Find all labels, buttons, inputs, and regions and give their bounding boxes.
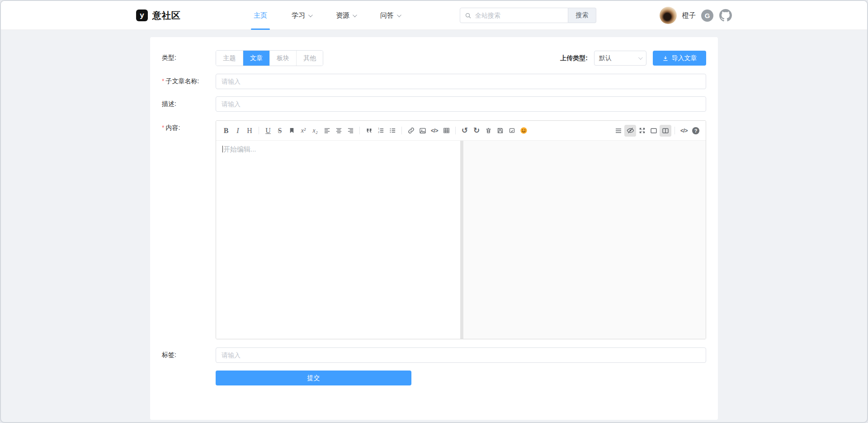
chevron-down-icon (353, 13, 357, 17)
type-option-board[interactable]: 板块 (269, 51, 296, 66)
strikethrough-icon[interactable]: S (274, 125, 286, 137)
upload-type-label: 上传类型: (560, 54, 588, 62)
svg-text:2: 2 (378, 131, 379, 133)
upload-type-group: 上传类型: 默认 导入文章 (560, 51, 706, 66)
download-icon (662, 55, 669, 62)
heading-icon[interactable]: H (244, 125, 255, 137)
user-area: 橙子 G (660, 7, 732, 24)
tags-input[interactable] (216, 347, 706, 363)
submit-row: 提交 (162, 371, 706, 385)
chevron-down-icon (638, 55, 643, 60)
site-logo[interactable]: y 意社区 (136, 10, 181, 22)
navigation-outline-icon[interactable] (613, 125, 624, 137)
bold-icon[interactable]: B (220, 125, 232, 137)
content-row: *内容: B I H U S (162, 120, 706, 339)
editor-preview-pane (463, 141, 706, 339)
toolbar-separator (401, 127, 402, 134)
superscript-icon[interactable]: x² (297, 125, 309, 137)
upload-type-select[interactable]: 默认 (594, 51, 646, 66)
toolbar-separator (259, 127, 259, 134)
editor-input-pane[interactable]: 开始编辑... (216, 141, 460, 339)
text-caret (222, 146, 223, 152)
main-nav: 主页 学习 资源 问答 (251, 1, 422, 30)
search-button[interactable]: 搜索 (568, 8, 596, 23)
search-input[interactable] (475, 12, 563, 19)
markdown-editor: B I H U S x² x₂ (216, 120, 706, 339)
svg-text:1: 1 (378, 127, 379, 130)
chevron-down-icon (308, 13, 313, 17)
emoji-icon[interactable] (518, 125, 529, 137)
type-option-topic[interactable]: 主题 (216, 51, 243, 66)
type-option-article[interactable]: 文章 (243, 51, 269, 66)
toolbar-separator (455, 127, 456, 134)
description-input[interactable] (216, 96, 706, 112)
gitee-icon[interactable]: G (701, 10, 713, 22)
nav-item-resources[interactable]: 资源 (333, 1, 359, 30)
undo-icon[interactable]: ↺ (459, 125, 471, 137)
nav-qa-label: 问答 (380, 11, 394, 20)
ordered-list-icon[interactable]: 12 (375, 125, 387, 137)
editor-pane-divider[interactable] (460, 141, 463, 339)
help-icon[interactable]: ? (690, 125, 702, 137)
site-search: 搜索 (460, 8, 596, 23)
page-body: 类型: 主题 文章 板块 其他 上传类型: 默认 (1, 30, 867, 422)
description-row: 描述: (162, 96, 706, 112)
preview-toggle-icon[interactable] (624, 125, 636, 137)
type-option-other[interactable]: 其他 (296, 51, 323, 66)
single-column-icon[interactable] (648, 125, 660, 137)
type-row: 类型: 主题 文章 板块 其他 上传类型: 默认 (162, 50, 706, 66)
html-view-icon[interactable]: </> (678, 125, 690, 137)
nav-home-label: 主页 (254, 11, 267, 20)
subscript-icon[interactable]: x₂ (309, 125, 321, 137)
user-name: 橙子 (682, 11, 696, 20)
align-center-icon[interactable] (333, 125, 344, 137)
underline-icon[interactable]: U (262, 125, 274, 137)
trash-icon[interactable] (482, 125, 494, 137)
tags-row: 标签: (162, 347, 706, 363)
import-article-button[interactable]: 导入文章 (653, 51, 706, 66)
site-title: 意社区 (152, 10, 181, 22)
unordered-list-icon[interactable] (387, 125, 398, 137)
nav-resources-label: 资源 (336, 11, 349, 20)
type-segmented-control: 主题 文章 板块 其他 (216, 50, 323, 66)
editor-toolbar: B I H U S x² x₂ (216, 121, 706, 141)
user-avatar[interactable] (660, 7, 677, 24)
bookmark-icon[interactable] (286, 125, 297, 137)
nav-learn-label: 学习 (292, 11, 305, 20)
required-asterisk: * (162, 77, 164, 85)
toolbar-separator (359, 127, 360, 134)
code-icon[interactable]: </> (429, 125, 440, 137)
nav-item-home[interactable]: 主页 (251, 1, 270, 30)
editor-content: 开始编辑... (216, 141, 706, 339)
search-icon (465, 12, 472, 19)
redo-icon[interactable]: ↻ (471, 125, 482, 137)
align-right-icon[interactable] (344, 125, 356, 137)
submit-button[interactable]: 提交 (216, 371, 411, 385)
nav-item-learn[interactable]: 学习 (289, 1, 314, 30)
required-asterisk: * (162, 124, 164, 131)
tags-label: 标签: (162, 347, 216, 363)
post-form-card: 类型: 主题 文章 板块 其他 上传类型: 默认 (150, 37, 718, 420)
sub-article-name-input[interactable] (216, 74, 706, 89)
upload-type-value: 默认 (599, 54, 612, 62)
split-view-icon[interactable] (660, 125, 671, 137)
app-window: y 意社区 主页 学习 资源 问答 (0, 0, 868, 423)
italic-icon[interactable]: I (232, 125, 244, 137)
save-icon[interactable] (494, 125, 506, 137)
sub-article-name-label: *子文章名称: (162, 74, 216, 89)
quote-icon[interactable] (363, 125, 375, 137)
import-article-label: 导入文章 (672, 54, 697, 62)
table-icon[interactable] (440, 125, 452, 137)
nav-item-qa[interactable]: 问答 (377, 1, 403, 30)
github-icon[interactable] (719, 9, 732, 22)
image-icon[interactable] (417, 125, 429, 137)
chevron-down-icon (397, 13, 401, 17)
link-icon[interactable] (405, 125, 417, 137)
task-checkbox-icon[interactable] (506, 125, 518, 137)
editor-placeholder: 开始编辑... (223, 145, 256, 153)
content-label: *内容: (162, 120, 216, 339)
align-left-icon[interactable] (321, 125, 333, 137)
sub-article-name-row: *子文章名称: (162, 74, 706, 89)
toolbar-separator (675, 127, 675, 134)
fullscreen-icon[interactable] (636, 125, 648, 137)
